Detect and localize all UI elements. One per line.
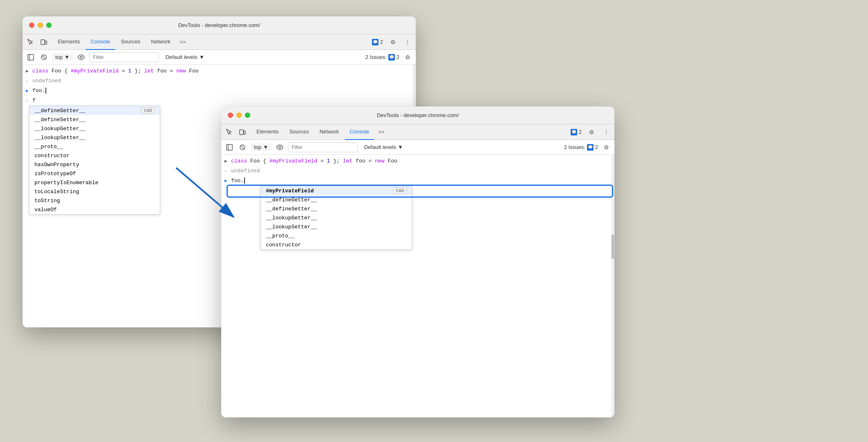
tab-sources-back[interactable]: Sources <box>116 34 145 50</box>
expand-arrow-1-front[interactable]: ▶ <box>224 157 229 165</box>
tab-hint-0-front: tab <box>393 187 407 194</box>
clear-console-back[interactable] <box>39 52 49 62</box>
scrollbar-front[interactable] <box>611 155 614 417</box>
more-icon-back[interactable]: ⋮ <box>403 37 412 47</box>
issues-toolbar-badge-front[interactable]: 2 Issues: 💬 2 <box>564 144 598 151</box>
default-levels-arrow-front: ▼ <box>398 144 403 150</box>
autocomplete-front[interactable]: #myPrivateField tab __defineGetter__ __d… <box>261 186 412 250</box>
context-selector-back[interactable]: top ▼ <box>52 53 73 61</box>
console-line-3-front[interactable]: ▶ foo. <box>221 176 614 186</box>
tab-more-front[interactable]: >> <box>375 126 388 138</box>
autocomplete-item-8-back[interactable]: propertyIsEnumerable <box>29 178 160 187</box>
autocomplete-item-9-back[interactable]: toLocaleString <box>29 187 160 196</box>
autocomplete-item-10-back[interactable]: toString <box>29 196 160 205</box>
maximize-button-back[interactable] <box>46 23 52 28</box>
traffic-lights-front <box>228 113 250 118</box>
autocomplete-item-1-back[interactable]: __defineSetter__ <box>29 115 160 124</box>
code-line-1-back: class Foo { #myPrivateField = 1 }; let f… <box>32 67 199 75</box>
autocomplete-label-0-back: __defineGetter__ <box>34 108 86 114</box>
autocomplete-item-2-back[interactable]: __lookupGetter__ <box>29 124 160 133</box>
autocomplete-item-2-front[interactable]: __defineSetter__ <box>261 204 412 213</box>
autocomplete-label-3-back: __lookupSetter__ <box>34 135 86 141</box>
issues-badge-back[interactable]: 💬 2 <box>372 39 383 45</box>
autocomplete-item-1-front[interactable]: __defineGetter__ <box>261 195 412 204</box>
tab-hint-0-back: tab <box>141 107 155 114</box>
console-toolbar-back: top ▼ Default levels ▼ 2 Issues: 💬 2 ⚙ <box>23 50 416 65</box>
autocomplete-item-5-back[interactable]: constructor <box>29 151 160 160</box>
close-button-back[interactable] <box>29 23 34 28</box>
console-content-front[interactable]: ▶ class Foo { #myPrivateField = 1 }; let… <box>221 155 614 417</box>
context-selector-front[interactable]: top ▼ <box>251 143 272 151</box>
device-icon[interactable] <box>39 37 49 47</box>
autocomplete-item-4-front[interactable]: __lookupSetter__ <box>261 222 412 231</box>
tab-network-back[interactable]: Network <box>146 34 176 50</box>
autocomplete-item-0-front[interactable]: #myPrivateField tab <box>261 186 412 195</box>
console-settings-front[interactable]: ⚙ <box>601 142 611 152</box>
devtools-window-front: DevTools - developer.chrome.com/ <box>221 106 614 417</box>
console-line-2-front: ← undefined <box>221 166 614 176</box>
window-content-front: Elements Sources Network Console >> 💬 2 … <box>221 124 614 417</box>
tab-console-front[interactable]: Console <box>345 124 374 140</box>
minimize-button-back[interactable] <box>38 23 43 28</box>
dropdown-arrow-back: ▼ <box>64 54 70 60</box>
device-icon-front[interactable] <box>238 127 247 137</box>
autocomplete-item-7-back[interactable]: isPrototypeOf <box>29 169 160 178</box>
issues-badge-front[interactable]: 💬 2 <box>571 129 582 135</box>
tab-sources-front[interactable]: Sources <box>284 124 314 140</box>
settings-icon-front[interactable]: ⚙ <box>587 127 596 137</box>
autocomplete-item-3-front[interactable]: __lookupGetter__ <box>261 213 412 222</box>
console-line-3-back[interactable]: ▶ foo. <box>23 86 416 96</box>
tab-console-back[interactable]: Console <box>86 34 115 50</box>
tab-icons-front <box>224 127 247 137</box>
dropdown-arrow-front: ▼ <box>263 144 268 150</box>
foo-input-back[interactable]: foo. <box>32 87 50 95</box>
maximize-button-front[interactable] <box>245 113 250 118</box>
autocomplete-label-1-back: __defineSetter__ <box>34 117 86 123</box>
autocomplete-item-6-front[interactable]: constructor <box>261 240 412 249</box>
autocomplete-item-5-front[interactable]: __proto__ <box>261 231 412 240</box>
issues-toolbar-badge-back[interactable]: 2 Issues: 💬 2 <box>365 54 399 61</box>
title-bar-front: DevTools - developer.chrome.com/ <box>221 106 614 124</box>
autocomplete-label-5-back: constructor <box>34 153 70 159</box>
issues-toolbar-icon-front: 💬 <box>587 144 594 151</box>
autocomplete-label-2-back: __lookupGetter__ <box>34 126 86 132</box>
clear-console-front[interactable] <box>238 142 247 152</box>
close-button-front[interactable] <box>228 113 233 118</box>
autocomplete-item-4-back[interactable]: __proto__ <box>29 142 160 151</box>
more-icon-front[interactable]: ⋮ <box>601 127 611 137</box>
svg-rect-2 <box>28 54 34 60</box>
tab-network-front[interactable]: Network <box>315 124 344 140</box>
console-line-2-back: ← undefined <box>23 76 416 86</box>
autocomplete-item-0-back[interactable]: __defineGetter__ tab <box>29 106 160 115</box>
tab-elements-front[interactable]: Elements <box>252 124 283 140</box>
tab-elements-back[interactable]: Elements <box>53 34 85 50</box>
svg-rect-10 <box>227 144 232 150</box>
sidebar-toggle-front[interactable] <box>224 142 234 152</box>
svg-line-13 <box>241 146 244 149</box>
filter-input-front[interactable] <box>288 142 358 152</box>
default-levels-front[interactable]: Default levels ▼ <box>361 143 406 151</box>
inspect-icon-front[interactable] <box>224 127 234 137</box>
autocomplete-item-6-back[interactable]: hasOwnProperty <box>29 160 160 169</box>
arrow-left-1-back: ← <box>26 77 31 85</box>
sidebar-toggle-back[interactable] <box>26 52 36 62</box>
autocomplete-back[interactable]: __defineGetter__ tab __defineSetter__ __… <box>29 106 160 214</box>
eye-icon-front[interactable] <box>275 142 285 152</box>
issues-count-front: 2 <box>579 129 582 135</box>
title-bar-back: DevTools - developer.chrome.com/ <box>23 16 416 34</box>
autocomplete-item-11-back[interactable]: valueOf <box>29 205 160 214</box>
console-settings-back[interactable]: ⚙ <box>403 52 412 62</box>
eye-icon-back[interactable] <box>76 52 86 62</box>
minimize-button-front[interactable] <box>236 113 242 118</box>
autocomplete-container-front: #myPrivateField tab __defineGetter__ __d… <box>228 186 614 250</box>
autocomplete-item-3-back[interactable]: __lookupSetter__ <box>29 133 160 142</box>
filter-input-back[interactable] <box>89 52 159 62</box>
foo-input-front[interactable]: foo. <box>231 177 248 185</box>
console-line-1-front: ▶ class Foo { #myPrivateField = 1 }; let… <box>221 156 614 166</box>
inspect-icon[interactable] <box>26 37 36 47</box>
default-levels-back[interactable]: Default levels ▼ <box>162 53 208 61</box>
expand-arrow-1-back[interactable]: ▶ <box>26 67 31 75</box>
settings-icon-back[interactable]: ⚙ <box>388 37 398 47</box>
scrollbar-thumb-front[interactable] <box>612 235 614 259</box>
tab-more-back[interactable]: >> <box>176 36 189 47</box>
